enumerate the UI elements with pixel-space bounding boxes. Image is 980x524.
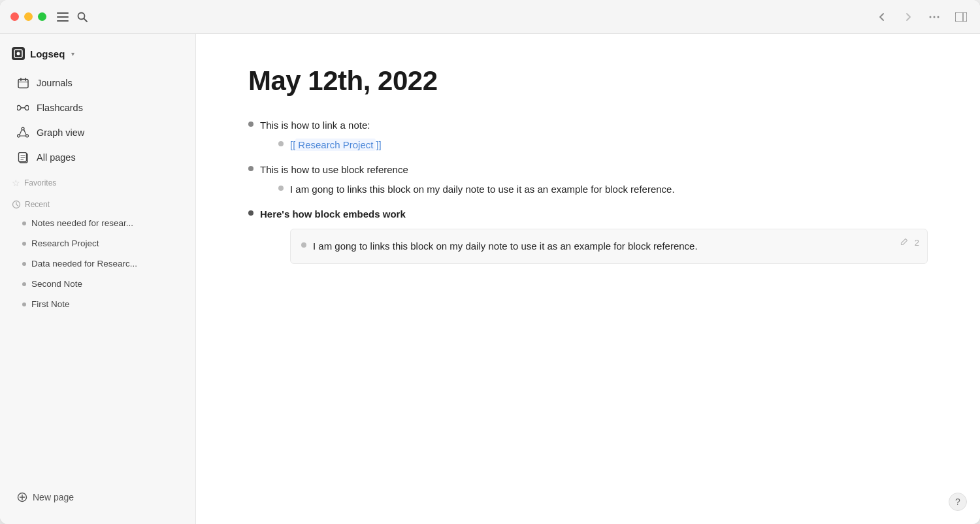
recent-item-second-note[interactable]: Second Note	[5, 274, 190, 293]
svg-point-17	[18, 135, 20, 137]
favorites-section: ☆ Favorites	[0, 170, 195, 192]
svg-rect-1	[57, 16, 69, 18]
link-suffix: ]]	[376, 139, 381, 150]
recent-item-notes-needed[interactable]: Notes needed for resear...	[5, 214, 190, 233]
recent-item-research-project[interactable]: Research Project	[5, 234, 190, 253]
embed-block-inner: I am gong to links this block on my dail…	[301, 238, 917, 254]
bullet-item-2: This is how to use block reference I am …	[248, 162, 928, 201]
edit-icon[interactable]	[900, 236, 908, 250]
bullet-dot-light	[278, 141, 284, 146]
svg-point-11	[17, 52, 20, 56]
bullet-dot-3	[248, 210, 253, 216]
all-pages-label: All pages	[37, 152, 76, 163]
new-page-label: New page	[33, 492, 74, 502]
titlebar	[0, 0, 980, 34]
svg-point-18	[26, 135, 29, 137]
close-button[interactable]	[10, 12, 19, 21]
bullet-item-2-1: I am gong to links this block on my dail…	[278, 182, 928, 197]
embed-count: 2	[915, 237, 919, 250]
bullet-dot-2	[248, 166, 253, 171]
dot-icon	[22, 221, 26, 225]
star-icon: ☆	[12, 178, 20, 188]
main-layout: Logseq ▾ Journals	[0, 34, 980, 524]
infinity-icon	[17, 102, 29, 114]
dot-icon	[22, 282, 26, 286]
bullet-text-link: [[Research Project]]	[290, 137, 928, 153]
sub-bullet-list-1: [[Research Project]]	[260, 137, 928, 153]
pages-icon	[17, 152, 29, 163]
plus-circle-icon	[17, 492, 27, 502]
svg-rect-2	[57, 20, 69, 22]
svg-rect-0	[57, 12, 69, 14]
bullet-list: This is how to link a note: [[Research P…	[248, 118, 928, 270]
recent-section: Recent	[0, 192, 195, 213]
sidebar-item-all-pages[interactable]: All pages	[5, 146, 190, 169]
recent-item-label: Data needed for Researc...	[31, 259, 137, 269]
forward-button[interactable]	[900, 9, 916, 25]
sidebar-logo[interactable]: Logseq ▾	[0, 42, 195, 71]
recent-item-label: Second Note	[31, 279, 82, 289]
svg-line-4	[84, 18, 88, 22]
sidebar-bottom: New page	[0, 478, 195, 516]
embed-block-text: I am gong to links this block on my dail…	[313, 238, 917, 254]
embed-block-wrapper: I am gong to links this block on my dail…	[290, 226, 928, 267]
traffic-lights	[10, 12, 46, 21]
svg-line-20	[24, 130, 26, 135]
recent-item-label: Notes needed for resear...	[31, 218, 133, 228]
recent-label: Recent	[25, 200, 50, 209]
graph-view-label: Graph view	[37, 127, 84, 138]
svg-point-6	[934, 16, 936, 18]
logo-icon	[12, 47, 25, 60]
svg-point-5	[930, 16, 932, 18]
svg-line-19	[20, 130, 22, 135]
svg-rect-8	[955, 12, 967, 22]
bullet-item-3-1: I am gong to links this block on my dail…	[278, 226, 928, 267]
right-sidebar-toggle-button[interactable]	[953, 10, 970, 24]
sidebar-item-flashcards[interactable]: Flashcards	[5, 96, 190, 120]
logo-text: Logseq	[30, 48, 65, 59]
bullet-dot-light-2	[278, 186, 284, 191]
titlebar-right	[874, 9, 970, 25]
recent-item-first-note[interactable]: First Note	[5, 295, 190, 314]
graph-icon	[17, 127, 29, 139]
dot-icon	[22, 242, 26, 246]
research-project-link[interactable]: Research Project	[295, 139, 376, 151]
help-button[interactable]: ?	[949, 493, 967, 511]
embed-inner-dot	[301, 242, 306, 248]
bullet-dot-1	[248, 122, 253, 127]
new-page-button[interactable]: New page	[5, 486, 190, 508]
bullet-item-1: This is how to link a note: [[Research P…	[248, 118, 928, 157]
search-icon[interactable]	[76, 11, 88, 23]
bullet-text-2: This is how to use block reference I am …	[260, 162, 928, 201]
favorites-label: Favorites	[24, 178, 56, 188]
back-button[interactable]	[874, 9, 890, 25]
calendar-icon	[17, 77, 29, 89]
bullet-item-3: Here's how block embeds work I am gong t…	[248, 206, 928, 270]
minimize-button[interactable]	[24, 12, 33, 21]
maximize-button[interactable]	[38, 12, 46, 21]
embed-actions: 2	[900, 236, 919, 250]
sidebar-item-journals[interactable]: Journals	[5, 71, 190, 95]
bullet-text-2-1: I am gong to links this block on my dail…	[290, 182, 928, 197]
sub-bullet-list-2: I am gong to links this block on my dail…	[260, 182, 928, 197]
svg-point-16	[22, 127, 24, 130]
recent-icon	[12, 200, 21, 209]
more-menu-button[interactable]	[926, 13, 942, 21]
sidebar-toggle-icon[interactable]	[57, 11, 69, 23]
page-title: May 12th, 2022	[248, 65, 928, 97]
flashcards-label: Flashcards	[37, 103, 83, 113]
logo-chevron: ▾	[71, 50, 74, 57]
dot-icon	[22, 262, 26, 266]
bullet-text-3: Here's how block embeds work I am gong t…	[260, 206, 928, 270]
svg-point-7	[938, 16, 939, 18]
sub-bullet-list-3: I am gong to links this block on my dail…	[260, 226, 928, 267]
titlebar-actions	[57, 11, 88, 23]
embed-block: I am gong to links this block on my dail…	[290, 229, 928, 264]
sidebar-item-graph-view[interactable]: Graph view	[5, 121, 190, 144]
dot-icon	[22, 303, 26, 306]
svg-rect-12	[18, 79, 28, 88]
content-area: May 12th, 2022 This is how to link a not…	[196, 34, 980, 524]
sidebar: Logseq ▾ Journals	[0, 34, 196, 524]
journals-label: Journals	[37, 78, 73, 88]
recent-item-data-needed[interactable]: Data needed for Researc...	[5, 254, 190, 273]
